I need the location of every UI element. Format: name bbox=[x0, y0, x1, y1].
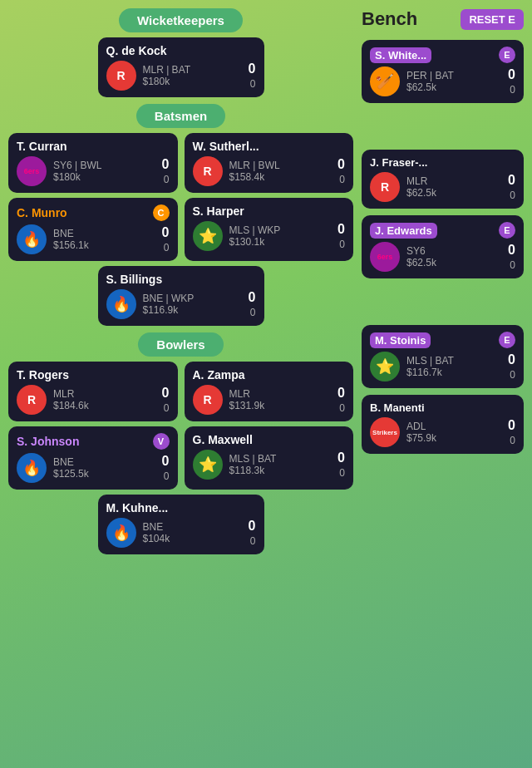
score-main: 0 bbox=[508, 67, 515, 82]
bench-card-fraser[interactable]: J. Fraser-... R MLR $62.5k 0 0 bbox=[362, 150, 524, 209]
player-info: MLR $62.5k bbox=[406, 175, 501, 199]
player-price: $116.9k bbox=[143, 304, 242, 316]
player-info: MLR $131.9k bbox=[229, 388, 332, 411]
player-card-sutherland[interactable]: W. Sutherl... R MLR | BWL $158.4k 0 0 bbox=[185, 133, 354, 193]
player-card-munro[interactable]: C. Munro C 🔥 BNE $156.1k 0 0 bbox=[8, 198, 178, 261]
bench-player-name: M. Stoinis bbox=[370, 332, 431, 348]
player-scores: 0 0 bbox=[162, 386, 170, 414]
player-card-kuhne[interactable]: M. Kuhne... 🔥 BNE $104k 0 0 bbox=[98, 495, 264, 554]
team-logo-strikers: Strikers bbox=[370, 417, 400, 447]
player-card-rogers[interactable]: T. Rogers R MLR $184.6k 0 0 bbox=[8, 362, 178, 421]
player-card-zampa[interactable]: A. Zampa R MLR $131.9k 0 0 bbox=[185, 362, 354, 421]
reset-button[interactable]: RESET E bbox=[461, 9, 524, 30]
score-main: 0 bbox=[337, 157, 345, 172]
team-role: MLS | WKP bbox=[229, 224, 332, 236]
player-price: $130.1k bbox=[229, 236, 332, 248]
player-scores: 0 0 bbox=[508, 352, 515, 381]
player-scores: 0 0 bbox=[508, 243, 515, 271]
player-name: M. Kuhne... bbox=[106, 501, 169, 514]
emg-badge: E bbox=[499, 222, 515, 239]
player-scores: 0 0 bbox=[337, 157, 345, 185]
score-sub: 0 bbox=[339, 174, 345, 185]
player-card-maxwell[interactable]: G. Maxwell ⭐ MLS | BAT $118.3k 0 0 bbox=[185, 426, 354, 490]
bench-card-white[interactable]: S. White... E 🏏 PER | BAT $62.5k 0 0 bbox=[362, 40, 524, 103]
emg-badge: E bbox=[499, 332, 515, 348]
player-name: T. Rogers bbox=[17, 368, 69, 382]
player-scores: 0 0 bbox=[337, 450, 345, 479]
player-info: BNE | WKP $116.9k bbox=[143, 293, 242, 316]
score-sub: 0 bbox=[510, 259, 515, 271]
score-sub: 0 bbox=[510, 435, 515, 446]
player-price: $125.5k bbox=[53, 468, 155, 480]
team-logo-r: R bbox=[17, 385, 47, 415]
player-price: $180k bbox=[143, 76, 242, 87]
team-logo-flame: 🔥 bbox=[106, 289, 136, 319]
bench-card-manenti[interactable]: B. Manenti Strikers ADL $75.9k 0 0 bbox=[362, 395, 524, 454]
player-info: MLR | BAT $180k bbox=[143, 64, 242, 87]
bench-spacer-2 bbox=[362, 285, 524, 318]
left-column: Wicketkeepers Q. de Kock R MLR | BAT $18… bbox=[8, 8, 353, 554]
score-main: 0 bbox=[508, 243, 515, 258]
player-info: BNE $125.5k bbox=[53, 456, 155, 480]
batsmen-row-2: C. Munro C 🔥 BNE $156.1k 0 0 bbox=[8, 198, 353, 261]
score-main: 0 bbox=[508, 352, 515, 367]
score-main: 0 bbox=[162, 454, 170, 469]
team-logo-flame: 🔥 bbox=[17, 224, 47, 254]
player-info: BNE $156.1k bbox=[53, 228, 155, 251]
wicketkeepers-section: Wicketkeepers Q. de Kock R MLR | BAT $18… bbox=[8, 8, 353, 97]
score-main: 0 bbox=[249, 519, 256, 534]
player-price: $116.7k bbox=[406, 367, 501, 378]
bench-card-stoinis[interactable]: M. Stoinis E ⭐ MLS | BAT $116.7k 0 0 bbox=[362, 325, 524, 388]
team-logo-r: R bbox=[193, 385, 223, 415]
team-role: SY6 | BWL bbox=[53, 160, 155, 171]
emg-badge: E bbox=[499, 47, 515, 63]
team-logo-star: ⭐ bbox=[193, 221, 223, 251]
player-scores: 0 0 bbox=[162, 157, 170, 185]
player-info: MLR $184.6k bbox=[53, 388, 155, 411]
team-logo-r: R bbox=[370, 172, 400, 202]
score-sub: 0 bbox=[250, 78, 256, 90]
score-sub: 0 bbox=[339, 239, 345, 250]
player-info: MLS | BAT $116.7k bbox=[406, 355, 501, 378]
player-price: $75.9k bbox=[406, 432, 501, 444]
bowlers-label: Bowlers bbox=[138, 332, 223, 357]
player-name: C. Munro bbox=[17, 206, 67, 219]
score-sub: 0 bbox=[164, 242, 170, 254]
player-info: BNE $104k bbox=[143, 521, 242, 544]
team-role: BNE bbox=[53, 456, 155, 468]
player-card-curran[interactable]: T. Curran 6ers SY6 | BWL $180k 0 0 bbox=[8, 133, 178, 193]
player-scores: 0 0 bbox=[508, 173, 515, 201]
player-info: MLS | BAT $118.3k bbox=[229, 453, 332, 476]
team-logo-r: R bbox=[106, 61, 136, 91]
player-price: $131.9k bbox=[229, 400, 332, 411]
player-price: $62.5k bbox=[406, 81, 501, 93]
bench-card-edwards[interactable]: J. Edwards E 6ers SY6 $62.5k 0 0 bbox=[362, 215, 524, 278]
score-sub: 0 bbox=[164, 402, 170, 414]
score-main: 0 bbox=[337, 386, 345, 401]
player-name: S. Billings bbox=[106, 273, 163, 286]
player-scores: 0 0 bbox=[337, 222, 345, 250]
player-price: $184.6k bbox=[53, 400, 155, 411]
player-card-harper[interactable]: S. Harper ⭐ MLS | WKP $130.1k 0 0 bbox=[185, 198, 354, 261]
player-name: S. Johnson bbox=[17, 435, 79, 448]
player-card-billings[interactable]: S. Billings 🔥 BNE | WKP $116.9k 0 0 bbox=[98, 266, 264, 326]
batsmen-row-1: T. Curran 6ers SY6 | BWL $180k 0 0 bbox=[8, 133, 353, 193]
team-logo-r: R bbox=[193, 156, 223, 186]
player-name: Q. de Kock bbox=[106, 44, 167, 57]
player-price: $118.3k bbox=[229, 465, 332, 476]
score-main: 0 bbox=[337, 450, 345, 465]
player-info: PER | BAT $62.5k bbox=[406, 70, 501, 93]
score-main: 0 bbox=[337, 222, 345, 237]
team-role: PER | BAT bbox=[406, 70, 501, 81]
bowlers-row-2: S. Johnson V 🔥 BNE $125.5k 0 0 bbox=[8, 426, 353, 490]
score-sub: 0 bbox=[250, 307, 256, 318]
score-main: 0 bbox=[162, 157, 170, 172]
batsmen-section: Batsmen T. Curran 6ers SY6 | BWL $180k bbox=[8, 104, 353, 326]
player-price: $104k bbox=[143, 533, 242, 544]
bench-column: Bench RESET E S. White... E 🏏 PER | BAT … bbox=[362, 8, 524, 554]
player-card-decock[interactable]: Q. de Kock R MLR | BAT $180k 0 0 bbox=[98, 37, 264, 97]
team-role: MLR bbox=[53, 388, 155, 400]
player-card-johnson[interactable]: S. Johnson V 🔥 BNE $125.5k 0 0 bbox=[8, 426, 178, 490]
team-logo-flame: 🔥 bbox=[106, 518, 136, 548]
bowlers-section: Bowlers T. Rogers R MLR $184.6k 0 bbox=[8, 332, 353, 554]
